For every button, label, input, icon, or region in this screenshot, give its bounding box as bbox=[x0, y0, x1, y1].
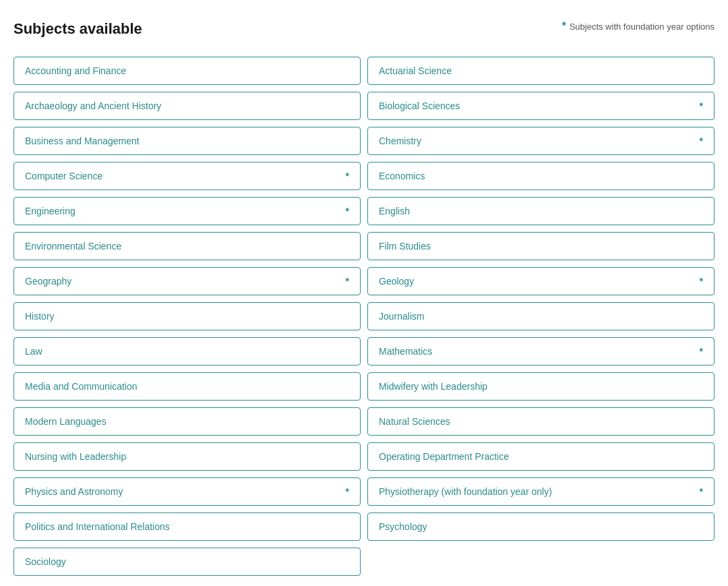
footnote-star-icon: * bbox=[562, 20, 566, 32]
subject-card[interactable]: Modern Languages bbox=[13, 407, 361, 436]
foundation-star-icon: * bbox=[700, 276, 703, 287]
subject-name: Business and Management bbox=[25, 136, 140, 146]
subject-card[interactable]: Accounting and Finance bbox=[13, 57, 361, 85]
subject-name: Geography bbox=[25, 276, 71, 287]
subject-card[interactable]: Operating Department Practice bbox=[367, 442, 715, 471]
subject-card[interactable]: Physics and Astronomy* bbox=[13, 477, 361, 506]
subject-card[interactable]: English bbox=[367, 197, 715, 225]
subject-card[interactable]: Environmental Science bbox=[13, 232, 361, 260]
subject-name: Media and Communication bbox=[25, 381, 138, 392]
subject-name: Environmental Science bbox=[25, 241, 121, 252]
subject-card[interactable]: Economics bbox=[367, 162, 715, 190]
foundation-star-icon: * bbox=[700, 136, 703, 146]
subject-card[interactable]: Chemistry* bbox=[367, 127, 715, 155]
subject-name: Politics and International Relations bbox=[25, 521, 170, 532]
foundation-star-icon: * bbox=[346, 276, 349, 287]
subjects-grid: Accounting and FinanceActuarial ScienceA… bbox=[13, 57, 715, 576]
subject-card[interactable]: Geography* bbox=[13, 267, 361, 295]
subject-card[interactable]: History bbox=[13, 302, 361, 330]
foundation-star-icon: * bbox=[346, 171, 349, 181]
subject-name: Law bbox=[25, 346, 42, 357]
page-title: Subjects available bbox=[13, 20, 142, 38]
foundation-star-icon: * bbox=[346, 206, 349, 216]
subject-name: Sociology bbox=[25, 556, 66, 567]
subject-card[interactable]: Politics and International Relations bbox=[13, 512, 361, 541]
subject-card[interactable]: Actuarial Science bbox=[367, 57, 715, 85]
subject-card[interactable]: Mathematics* bbox=[367, 337, 715, 365]
subject-name: English bbox=[379, 206, 410, 216]
subject-name: Midwifery with Leadership bbox=[379, 381, 487, 392]
subject-name: Film Studies bbox=[379, 241, 431, 252]
foundation-star-icon: * bbox=[700, 486, 703, 497]
subject-name: History bbox=[25, 311, 55, 322]
subject-name: Biological Sciences bbox=[379, 100, 460, 111]
subject-card[interactable]: Journalism bbox=[367, 302, 715, 330]
subject-card[interactable]: Psychology bbox=[367, 512, 715, 541]
subject-card[interactable]: Film Studies bbox=[367, 232, 715, 260]
subject-name: Physics and Astronomy bbox=[25, 486, 123, 497]
subject-name: Operating Department Practice bbox=[379, 451, 509, 462]
subject-name: Geology bbox=[379, 276, 414, 287]
subject-card[interactable]: Midwifery with Leadership bbox=[367, 372, 715, 401]
subject-card[interactable]: Geology* bbox=[367, 267, 715, 295]
subject-name: Nursing with Leadership bbox=[25, 451, 126, 462]
subject-name: Computer Science bbox=[25, 171, 102, 181]
subject-name: Engineering bbox=[25, 206, 75, 216]
subject-card[interactable]: Law bbox=[13, 337, 361, 365]
subject-card[interactable]: Archaeology and Ancient History bbox=[13, 92, 361, 120]
subject-card[interactable]: Physiotherapy (with foundation year only… bbox=[367, 477, 715, 506]
subject-name: Modern Languages bbox=[25, 416, 107, 427]
subject-name: Chemistry bbox=[379, 136, 421, 146]
subject-name: Accounting and Finance bbox=[25, 65, 126, 76]
footnote-text: Subjects with foundation year options bbox=[570, 22, 715, 32]
subject-card[interactable]: Nursing with Leadership bbox=[13, 442, 361, 471]
subject-name: Economics bbox=[379, 171, 425, 181]
footnote: * Subjects with foundation year options bbox=[562, 20, 715, 32]
subject-name: Actuarial Science bbox=[379, 65, 452, 76]
subject-name: Psychology bbox=[379, 521, 427, 532]
subject-name: Archaeology and Ancient History bbox=[25, 100, 161, 111]
subject-card[interactable]: Natural Sciences bbox=[367, 407, 715, 436]
subject-name: Natural Sciences bbox=[379, 416, 450, 427]
subject-card[interactable]: Engineering* bbox=[13, 197, 361, 225]
subject-card[interactable]: Sociology bbox=[13, 548, 361, 576]
subject-card[interactable]: Biological Sciences* bbox=[367, 92, 715, 120]
page-header: Subjects available * Subjects with found… bbox=[13, 20, 715, 38]
foundation-star-icon: * bbox=[346, 486, 349, 497]
subject-name: Mathematics bbox=[379, 346, 432, 357]
subject-name: Journalism bbox=[379, 311, 425, 322]
subject-card[interactable]: Media and Communication bbox=[13, 372, 361, 401]
subject-card[interactable]: Business and Management bbox=[13, 127, 361, 155]
subject-card[interactable]: Computer Science* bbox=[13, 162, 361, 190]
subject-name: Physiotherapy (with foundation year only… bbox=[379, 486, 552, 497]
foundation-star-icon: * bbox=[700, 100, 703, 111]
foundation-star-icon: * bbox=[700, 346, 703, 357]
